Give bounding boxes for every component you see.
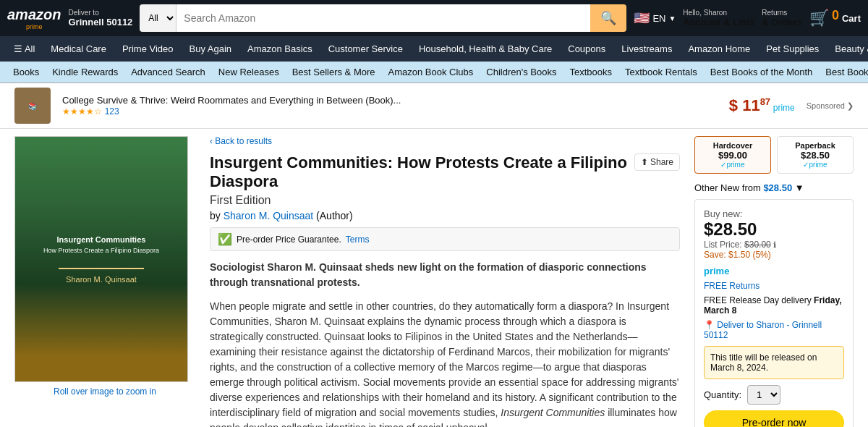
nav-household[interactable]: Household, Health & Baby Care [412, 39, 558, 59]
nav-beauty[interactable]: Beauty & Personal Care [828, 39, 868, 59]
price-section: Buy new: $28.50 List Price: $30.00 ℹ Sav… [704, 208, 844, 260]
author-link[interactable]: Sharon M. Quinsaat [224, 210, 314, 221]
book-edition: First Edition [210, 194, 680, 207]
search-category-select[interactable]: All [140, 4, 176, 32]
deliver-to[interactable]: Deliver to Grinnell 50112 [68, 9, 132, 28]
books-nav-childrens[interactable]: Children's Books [480, 64, 562, 80]
quantity-row: Quantity: 1 2 3 [704, 385, 844, 405]
guarantee-icon: ✅ [218, 232, 232, 246]
book-author: by Sharon M. Quinsaat (Author) [210, 210, 680, 221]
promo-book-image: 📚 [14, 88, 51, 124]
nav-all-button[interactable]: ☰ All [7, 39, 41, 59]
promo-banner: 📚 College Survive & Thrive: Weird Roomma… [0, 83, 868, 129]
book-cover-column: Insurgent Communities How Protests Creat… [14, 136, 195, 427]
book-description-body: When people migrate and settle in other … [210, 299, 680, 427]
guarantee-terms-link[interactable]: Terms [346, 234, 370, 245]
amazon-logo[interactable]: amazon prime [7, 7, 61, 30]
delivery-row: FREE Release Day delivery Friday, March … [704, 295, 844, 316]
format-tabs: Hardcover $99.00 ✓prime Paperback $28.50… [694, 136, 854, 174]
nav-pet-supplies[interactable]: Pet Supplies [760, 39, 825, 59]
books-nav: Books Kindle Rewards Advanced Search New… [0, 62, 868, 83]
language-selector[interactable]: 🇺🇸 EN ▼ [634, 10, 676, 26]
search-input[interactable] [176, 4, 590, 32]
right-panel: Hardcover $99.00 ✓prime Paperback $28.50… [694, 136, 854, 427]
deliver-to-link[interactable]: 📍 Deliver to Sharon - Grinnell 50112 [704, 320, 844, 340]
books-nav-books[interactable]: Books [7, 64, 45, 80]
books-nav-textbook-rentals[interactable]: Textbook Rentals [619, 64, 703, 80]
books-nav-best-sellers[interactable]: Best Sellers & More [286, 64, 381, 80]
cart[interactable]: 🛒 0 Cart [809, 9, 861, 28]
book-title: Insurgent Communities: How Protests Crea… [210, 153, 680, 191]
books-nav-book-clubs[interactable]: Amazon Book Clubs [383, 64, 480, 80]
book-cover-image: Insurgent Communities How Protests Creat… [14, 136, 188, 382]
share-button[interactable]: ⬆ Share [634, 153, 680, 171]
breadcrumb[interactable]: ‹ Back to results [210, 136, 680, 146]
books-nav-new-releases[interactable]: New Releases [213, 64, 285, 80]
hardcover-tab[interactable]: Hardcover $99.00 ✓prime [694, 136, 771, 174]
paperback-tab[interactable]: Paperback $28.50 ✓prime [777, 136, 854, 174]
search-button[interactable]: 🔍 [590, 4, 626, 32]
books-nav-best-2023[interactable]: Best Books of 2023 [820, 64, 868, 80]
release-notice: This title will be released on March 8, … [704, 346, 844, 379]
account-menu[interactable]: Hello, Sharon Account & Lists [683, 9, 754, 28]
book-details-column: ‹ Back to results ⬆ Share Insurgent Comm… [210, 136, 680, 427]
books-nav-advanced-search[interactable]: Advanced Search [125, 64, 211, 80]
book-description-intro: Sociologist Sharon M. Quinsaat sheds new… [210, 260, 680, 290]
guarantee-bar: ✅ Pre-order Price Guarantee. Terms [210, 227, 680, 251]
pre-order-button[interactable]: Pre-order now [704, 410, 844, 427]
returns-orders[interactable]: Returns & Orders [762, 9, 802, 28]
nav-livestreams[interactable]: Livestreams [615, 39, 678, 59]
other-new-row: Other New from $28.50 ▼ [694, 182, 854, 193]
flag-icon: 🇺🇸 [634, 10, 650, 26]
cart-icon: 🛒 [809, 9, 829, 28]
nav-buy-again[interactable]: Buy Again [183, 39, 239, 59]
nav-bar: ☰ All Medical Care Prime Video Buy Again… [0, 36, 868, 62]
free-returns-link[interactable]: FREE Returns [704, 281, 844, 291]
nav-customer-service[interactable]: Customer Service [322, 39, 409, 59]
other-new-price-link[interactable]: $28.50 [763, 182, 792, 193]
nav-medical-care[interactable]: Medical Care [44, 39, 113, 59]
promo-text: College Survive & Thrive: Weird Roommate… [62, 95, 718, 117]
books-nav-kindle-rewards[interactable]: Kindle Rewards [46, 64, 124, 80]
main-content: Insurgent Communities How Protests Creat… [0, 129, 868, 427]
nav-amazon-basics[interactable]: Amazon Basics [241, 39, 319, 59]
search-bar: All 🔍 [140, 4, 626, 32]
buy-box: Buy new: $28.50 List Price: $30.00 ℹ Sav… [694, 199, 854, 427]
nav-coupons[interactable]: Coupons [561, 39, 612, 59]
quantity-select[interactable]: 1 2 3 [747, 385, 780, 405]
nav-amazon-home[interactable]: Amazon Home [681, 39, 757, 59]
prime-logo: prime [704, 266, 729, 276]
nav-prime-video[interactable]: Prime Video [116, 39, 180, 59]
books-nav-best-month[interactable]: Best Books of the Month [705, 64, 819, 80]
location-icon: 📍 [704, 320, 715, 330]
top-bar: amazon prime Deliver to Grinnell 50112 A… [0, 0, 868, 36]
prime-row: prime [704, 266, 844, 276]
books-nav-textbooks[interactable]: Textbooks [563, 64, 618, 80]
zoom-link[interactable]: Roll over image to zoom in [14, 386, 195, 397]
